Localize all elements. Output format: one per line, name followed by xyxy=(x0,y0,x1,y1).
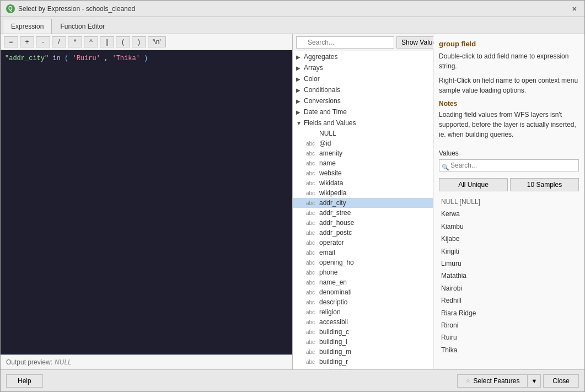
field-addr-house[interactable]: abc addr_house xyxy=(293,218,433,228)
field-denominati[interactable]: abc denominati xyxy=(293,287,433,297)
value-kirigiti[interactable]: Kirigiti xyxy=(439,245,579,257)
operator-open-paren[interactable]: ( xyxy=(116,36,130,47)
operator-close-paren[interactable]: ) xyxy=(132,36,146,47)
field-amenity-label: amenity xyxy=(319,149,430,157)
wikidata-badge: abc xyxy=(306,180,319,186)
field-building-l[interactable]: abc building_l xyxy=(293,337,433,347)
field-denominati-label: denominati xyxy=(319,288,430,296)
window-close-button[interactable]: × xyxy=(570,4,579,13)
expression-editor[interactable]: "addr_city" in ( 'Ruiru' , 'Thika' ) xyxy=(1,50,292,355)
field-null[interactable]: NULL xyxy=(293,128,433,138)
operator-multiply[interactable]: * xyxy=(68,36,82,47)
name-badge: abc xyxy=(306,160,319,167)
select-features-button[interactable]: ☆ Select Features xyxy=(457,374,528,388)
output-bar: Output preview: NULL xyxy=(1,355,292,369)
field-name-en[interactable]: abc name_en xyxy=(293,277,433,287)
function-list: ▶ Aggregates ▶ Arrays ▶ Color ▶ Conditio… xyxy=(293,51,433,369)
field-operator[interactable]: abc operator xyxy=(293,238,433,248)
arrow-color: ▶ xyxy=(296,76,304,82)
main-window: Q Select by Expression - schools_cleaned… xyxy=(0,0,585,392)
field-accessibil[interactable]: abc accessibil xyxy=(293,317,433,327)
field-phone[interactable]: abc phone xyxy=(293,267,433,277)
group-conversions[interactable]: ▶ Conversions xyxy=(293,95,433,106)
title-bar-left: Q Select by Expression - schools_cleaned xyxy=(6,4,135,13)
value-kiambu[interactable]: Kiambu xyxy=(439,221,579,233)
value-nairobi[interactable]: Nairobi xyxy=(439,282,579,294)
function-search-input[interactable] xyxy=(296,36,394,49)
values-section: Values 🔍 All Unique 10 Samples NULL [NUL… xyxy=(439,149,579,356)
tab-expression[interactable]: Expression xyxy=(3,19,52,34)
value-matathia[interactable]: Matathia xyxy=(439,270,579,282)
tab-function-editor[interactable]: Function Editor xyxy=(52,19,113,34)
field-addr-city[interactable]: abc addr_city xyxy=(293,198,433,208)
name-en-badge: abc xyxy=(306,280,319,286)
app-icon: Q xyxy=(6,4,15,13)
left-panel: = + - / * ^ || ( ) '\n' "addr_city" in (… xyxy=(1,34,293,369)
field-opening-ho[interactable]: abc opening_ho xyxy=(293,257,433,267)
operator-caret[interactable]: ^ xyxy=(84,36,98,47)
help-button[interactable]: Help xyxy=(6,374,43,388)
function-search-wrapper: 🔍 xyxy=(296,36,394,49)
field-religion[interactable]: abc religion xyxy=(293,307,433,317)
field-religion-label: religion xyxy=(319,308,430,316)
operator-plus[interactable]: + xyxy=(20,36,34,47)
operator-concat[interactable]: || xyxy=(100,36,114,47)
religion-badge: abc xyxy=(306,309,319,315)
value-kerwa[interactable]: Kerwa xyxy=(439,208,579,220)
select-features-group: ☆ Select Features ▼ xyxy=(457,374,541,388)
values-buttons: All Unique 10 Samples xyxy=(439,178,579,191)
website-badge: abc xyxy=(306,170,319,176)
field-addr-stree[interactable]: abc addr_stree xyxy=(293,208,433,218)
group-date-time[interactable]: ▶ Date and Time xyxy=(293,106,433,117)
field-building-m-label: building_m xyxy=(319,348,430,356)
group-arrays[interactable]: ▶ Arrays xyxy=(293,62,433,73)
arrow-conditionals: ▶ xyxy=(296,87,304,93)
field-descriptio[interactable]: abc descriptio xyxy=(293,297,433,307)
arrow-date-time: ▶ xyxy=(296,109,304,115)
operator-divide[interactable]: / xyxy=(52,36,66,47)
expression-value2: 'Thika' xyxy=(112,55,139,62)
value-null[interactable]: NULL [NULL] xyxy=(439,196,579,208)
all-unique-button[interactable]: All Unique xyxy=(439,178,508,191)
field-name-en-label: name_en xyxy=(319,278,430,286)
value-riara-ridge[interactable]: Riara Ridge xyxy=(439,307,579,319)
bottom-bar: Help ☆ Select Features ▼ Close xyxy=(1,369,584,391)
value-limuru[interactable]: Limuru xyxy=(439,257,579,270)
arrow-aggregates: ▶ xyxy=(296,54,304,60)
denominati-badge: abc xyxy=(306,289,319,296)
middle-panel: 🔍 Show Values ▶ Aggregates ▶ Arrays xyxy=(293,34,433,369)
samples-button[interactable]: 10 Samples xyxy=(510,178,579,191)
close-dialog-button[interactable]: Close xyxy=(543,374,579,388)
select-features-label: Select Features xyxy=(473,377,519,385)
select-features-dropdown[interactable]: ▼ xyxy=(528,374,541,388)
operator-newline[interactable]: '\n' xyxy=(148,36,166,47)
field-building-l-label: building_l xyxy=(319,338,430,346)
operator-equals[interactable]: = xyxy=(4,36,18,47)
operator-minus[interactable]: - xyxy=(36,36,50,47)
value-rironi[interactable]: Rironi xyxy=(439,319,579,331)
field-building-r[interactable]: abc building_r xyxy=(293,357,433,367)
arrow-fields-values: ▼ xyxy=(296,120,304,126)
field-email[interactable]: abc email xyxy=(293,248,433,257)
value-kijabe[interactable]: Kijabe xyxy=(439,233,579,245)
group-fields-values[interactable]: ▼ Fields and Values xyxy=(293,117,433,128)
field-building-m[interactable]: abc building_m xyxy=(293,347,433,357)
field-building-c[interactable]: abc building_c xyxy=(293,327,433,337)
group-aggregates[interactable]: ▶ Aggregates xyxy=(293,51,433,62)
values-search-input[interactable] xyxy=(439,159,579,171)
field-website[interactable]: abc website xyxy=(293,168,433,178)
addr-stree-badge: abc xyxy=(306,210,319,216)
field-building-c-label: building_c xyxy=(319,328,430,336)
field-addr-postc[interactable]: abc addr_postc xyxy=(293,228,433,238)
value-redhill[interactable]: Redhill xyxy=(439,294,579,307)
value-ruiru[interactable]: Ruiru xyxy=(439,331,579,343)
field-wikidata[interactable]: abc wikidata xyxy=(293,178,433,188)
group-color[interactable]: ▶ Color xyxy=(293,73,433,84)
field-wikipedia[interactable]: abc wikipedia xyxy=(293,188,433,198)
value-thika[interactable]: Thika xyxy=(439,344,579,356)
group-arrays-label: Arrays xyxy=(304,64,323,72)
field-amenity[interactable]: abc amenity xyxy=(293,148,433,158)
group-conditionals[interactable]: ▶ Conditionals xyxy=(293,84,433,95)
field-id[interactable]: abc @id xyxy=(293,138,433,148)
field-name[interactable]: abc name xyxy=(293,158,433,168)
